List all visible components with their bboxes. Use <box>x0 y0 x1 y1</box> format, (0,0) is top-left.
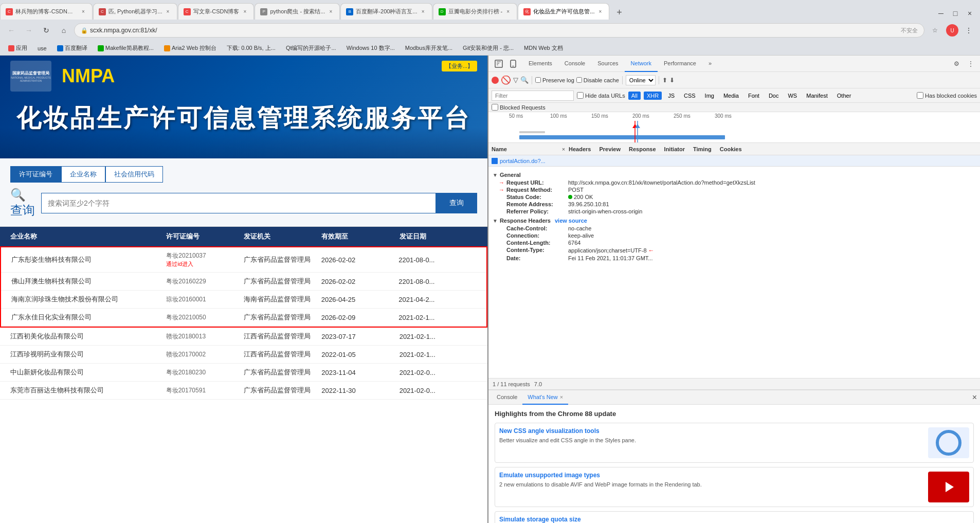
blocked-requests-checkbox[interactable]: Blocked Requests <box>492 104 977 111</box>
view-source-link[interactable]: view source <box>555 218 587 224</box>
bottom-close-all-button[interactable]: × <box>972 393 977 402</box>
tab-5[interactable]: B 百度翻译-200种语言互... × <box>340 3 432 20</box>
bookmark-baidu[interactable]: 百度翻译 <box>53 43 92 53</box>
devtools-tab-sources[interactable]: Sources <box>591 56 624 72</box>
bookmark-mdn[interactable]: MDN Web 文档 <box>520 43 567 53</box>
filter-input[interactable] <box>492 91 574 101</box>
disable-cache-checkbox[interactable]: Disable cache <box>576 77 619 83</box>
has-blocked-cookies-input[interactable] <box>917 92 923 99</box>
filter-btn-media[interactable]: Media <box>720 92 742 100</box>
hide-data-urls-input[interactable] <box>577 92 584 99</box>
whats-new-tab-close[interactable]: × <box>560 394 563 400</box>
search-button[interactable]: 查询 <box>436 193 477 213</box>
tab-4-close[interactable]: × <box>327 8 334 15</box>
has-blocked-cookies-checkbox[interactable]: Has blocked cookies <box>917 92 977 99</box>
table-row-1[interactable]: 佛山拜澳生物科技有限公司 粤妆20160229 广东省药品监督管理局 2026-… <box>1 273 486 291</box>
profile-icon[interactable]: U <box>945 23 959 38</box>
devtools-tab-more[interactable]: » <box>702 56 718 72</box>
table-row-7[interactable]: 东莞市百丽达生物科技有限公司 粤妆20170591 广东省药品监督管理局 202… <box>0 382 487 400</box>
minimize-button[interactable]: ─ <box>935 7 947 20</box>
blocked-requests-input[interactable] <box>492 104 498 111</box>
general-section-header[interactable]: ▼ General <box>493 172 976 178</box>
devtools-tab-performance[interactable]: Performance <box>658 56 702 72</box>
update-card-2-title[interactable]: Simulate storage quota size <box>499 516 969 523</box>
table-row-5[interactable]: 江西珍视明药业有限公司 赣妆20170002 江西省药品监督管理局 2022-0… <box>0 346 487 364</box>
search-input[interactable] <box>41 193 436 213</box>
table-row-3[interactable]: 广东永佳日化实业有限公司 粤妆20210050 广东省药品监督管理局 2026-… <box>1 309 486 327</box>
profile-avatar[interactable]: U <box>946 24 958 37</box>
bookmark-use[interactable]: use <box>33 44 51 52</box>
filter-icon[interactable]: ▽ <box>513 76 518 84</box>
bookmark-win10[interactable]: Windows 10 数字... <box>342 43 399 53</box>
filter-btn-other[interactable]: Other <box>834 92 855 100</box>
tab-5-close[interactable]: × <box>420 8 427 15</box>
bottom-tab-console[interactable]: Console <box>492 390 522 405</box>
tab-1-close[interactable]: × <box>80 8 87 15</box>
clear-button[interactable]: 🚫 <box>501 75 511 85</box>
tab-2-close[interactable]: × <box>165 8 172 15</box>
table-row-2[interactable]: 海南京润珍珠生物技术股份有限公司 琼妆20160001 海南省药品监督管理局 2… <box>1 291 486 309</box>
response-headers-section-header[interactable]: ▼ Response Headers view source <box>493 218 976 224</box>
preserve-log-input[interactable] <box>535 77 541 83</box>
back-button[interactable]: ← <box>4 23 19 38</box>
bookmark-qt[interactable]: Qt编写的开源哈子... <box>282 43 340 53</box>
search-tab-credit[interactable]: 社会信用代码 <box>105 166 163 183</box>
devtools-tab-console[interactable]: Console <box>558 56 591 72</box>
tab-6[interactable]: D 豆瓣电影分类排行榜 - × <box>433 3 518 20</box>
net-close-col[interactable]: × <box>558 146 569 152</box>
tab-2[interactable]: C 匹, Python机器学习... × <box>93 3 177 20</box>
upload-icon[interactable]: ⬆ <box>662 77 667 84</box>
devtools-inspect-icon[interactable] <box>492 57 506 71</box>
filter-btn-css[interactable]: CSS <box>681 92 699 100</box>
close-button[interactable]: × <box>964 7 976 20</box>
devtools-tab-elements[interactable]: Elements <box>522 56 558 72</box>
preserve-log-checkbox[interactable]: Preserve log <box>535 77 574 83</box>
table-row-4[interactable]: 江西初美化妆品有限公司 赣妆20180013 江西省药品监督管理局 2023-0… <box>0 328 487 346</box>
bookmark-star[interactable]: ☆ <box>928 23 942 38</box>
bottom-tab-whats-new[interactable]: What's New × <box>522 390 568 405</box>
filter-btn-ws[interactable]: WS <box>785 92 800 100</box>
search-tab-company[interactable]: 企业名称 <box>61 166 105 183</box>
hide-data-urls-checkbox[interactable]: Hide data URLs <box>577 92 625 99</box>
bookmark-modbus[interactable]: Modbus库开发笔... <box>401 43 457 53</box>
bookmark-aria2[interactable]: Aria2 Web 控制台 <box>160 43 221 53</box>
bookmark-git[interactable]: Git安装和使用 - 悲... <box>459 43 518 53</box>
maximize-button[interactable]: □ <box>949 7 961 20</box>
table-row-6[interactable]: 中山新妍化妆品有限公司 粤妆20180230 广东省药品监督管理局 2023-1… <box>0 364 487 382</box>
tab-3[interactable]: C 写文章-CSDN博客 × <box>178 3 255 20</box>
bookmark-apps[interactable]: 应用 <box>4 43 31 53</box>
search-tab-license[interactable]: 许可证编号 <box>10 166 61 183</box>
settings-icon[interactable]: ⋮ <box>961 23 976 38</box>
throttle-select[interactable]: Online <box>626 75 656 85</box>
devtools-more-icon[interactable]: ⋮ <box>965 58 977 70</box>
filter-btn-font[interactable]: Font <box>745 92 763 100</box>
tab-7[interactable]: 化 化妆品生产许可信息管... × <box>518 3 609 20</box>
tab-4[interactable]: P python爬虫 - 搜索结... × <box>255 3 340 20</box>
address-input[interactable]: 🔒 scxk.nmpa.gov.cn:81/xk/ 不安全 <box>74 23 924 38</box>
forward-button[interactable]: → <box>22 23 36 38</box>
filter-btn-js[interactable]: JS <box>665 92 678 100</box>
record-button[interactable] <box>492 77 499 84</box>
home-button[interactable]: ⌂ <box>57 23 71 38</box>
update-card-0-title[interactable]: New CSS angle visualization tools <box>499 427 923 435</box>
refresh-button[interactable]: ↻ <box>39 23 53 38</box>
update-card-1-title[interactable]: Emulate unsupported image types <box>499 472 923 479</box>
filter-btn-img[interactable]: Img <box>702 92 717 100</box>
tab-6-close[interactable]: × <box>504 8 512 15</box>
tab-3-close[interactable]: × <box>241 8 248 15</box>
filter-btn-xhr[interactable]: XHR <box>644 92 662 100</box>
filter-btn-all[interactable]: All <box>628 92 641 100</box>
network-row-0[interactable]: portalAction.do?... <box>488 155 980 167</box>
table-row-0[interactable]: 广东彤姿生物科技有限公司 粤妆20210037 通过id进入 广东省药品监督管理… <box>1 247 486 273</box>
bookmark-makefile[interactable]: Makefile简易教程... <box>94 43 158 53</box>
filter-btn-doc[interactable]: Doc <box>766 92 782 100</box>
search-network-icon[interactable]: 🔍 <box>520 76 529 84</box>
devtools-settings-icon[interactable]: ⚙ <box>950 58 963 70</box>
tab-7-close[interactable]: × <box>596 8 604 15</box>
tab-1[interactable]: C 林兵翔的博客-CSDN博客 × <box>0 3 93 20</box>
disable-cache-input[interactable] <box>576 77 582 83</box>
bookmark-download[interactable]: 下载: 0.00 B/s, 上... <box>223 43 280 53</box>
devtools-device-icon[interactable] <box>506 57 520 71</box>
new-tab-button[interactable]: + <box>612 5 626 20</box>
download-icon[interactable]: ⬇ <box>669 77 675 84</box>
